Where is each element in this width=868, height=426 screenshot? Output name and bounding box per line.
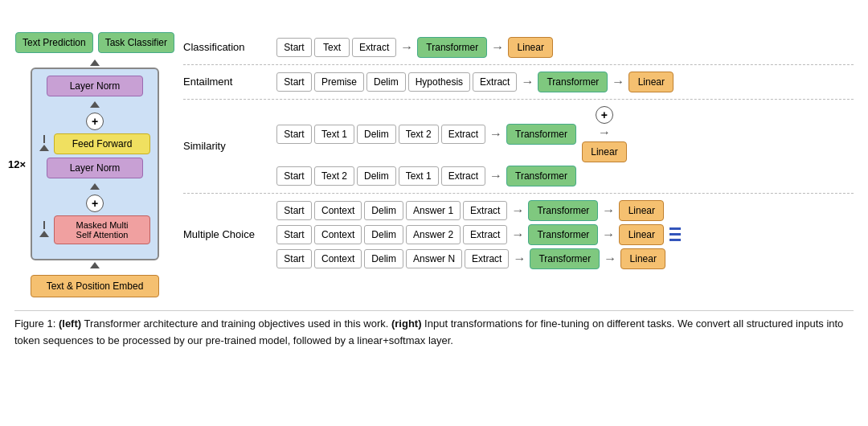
token-text2-s1: Text 2: [399, 125, 439, 144]
token-delim-mcn: Delim: [364, 249, 403, 268]
token-text1-s1: Text 1: [314, 125, 354, 144]
seq-row-sim2: Start Text 2 Delim Text 1 Extract → Tran…: [276, 166, 627, 186]
task-label-classification: Classification: [183, 41, 272, 53]
seq-row-mc1: Start Context Delim Answer 1 Extract → T…: [276, 200, 681, 221]
token-text: Text: [314, 38, 350, 57]
task-sequences-mc: Start Context Delim Answer 1 Extract → T…: [276, 200, 681, 269]
token-extract: Extract: [352, 38, 396, 57]
transformer-box-ent: Transformer: [538, 72, 608, 92]
transformer-architecture: Text Prediction Task Classifier 12× Laye…: [14, 32, 175, 297]
token-text1-s2: Text 1: [399, 166, 439, 186]
plus-circle-top: +: [86, 113, 104, 130]
token-delim-s1: Delim: [357, 125, 396, 144]
top-outputs: Text Prediction Task Classifier: [15, 32, 174, 53]
arrow-up-embed: [90, 262, 100, 268]
token-start-s2: Start: [276, 166, 312, 186]
caption-figure: Figure 1:: [14, 317, 55, 330]
token-start-s1: Start: [276, 125, 312, 144]
task-classifier-box: Task Classifier: [98, 32, 174, 53]
token-answer2-mc2: Answer 2: [406, 225, 461, 244]
token-context-mcn: Context: [314, 249, 362, 268]
token-start-mcn: Start: [276, 249, 312, 268]
arrow-up-ff: [39, 145, 49, 151]
arrow-right-sim-linear: →: [598, 125, 611, 140]
arrow-right-ent: →: [521, 75, 534, 89]
figure-caption: Figure 1: (left) Transformer architectur…: [14, 310, 854, 350]
plus-circle-sim: +: [596, 106, 613, 124]
embed-box: Text & Position Embed: [31, 275, 159, 297]
layer-norm-bottom: Layer Norm: [47, 158, 143, 178]
transformer-box-sim1: Transformer: [506, 124, 576, 145]
arrow-line-left2: [43, 221, 45, 229]
token-text2-s2: Text 2: [314, 166, 354, 186]
seq-row-sim1: Start Text 1 Delim Text 2 Extract → Tran…: [276, 106, 627, 162]
caption-right-label: (right): [391, 317, 422, 330]
layer-norm-top: Layer Norm: [47, 76, 143, 96]
arrow-right-icon: →: [400, 40, 413, 55]
token-hypothesis: Hypothesis: [408, 72, 470, 92]
arrow-right-icon2: →: [491, 40, 504, 55]
task-similarity: Similarity Start Text 1 Delim Text 2 Ext…: [183, 100, 854, 194]
arch-outer-block: Layer Norm + Feed Forward: [31, 68, 159, 260]
linear-box-mcn: Linear: [620, 248, 665, 269]
linear-box-class: Linear: [508, 37, 553, 58]
text-prediction-box: Text Prediction: [15, 32, 93, 53]
bracket-line2: [669, 233, 681, 236]
token-extract-s1: Extract: [441, 125, 485, 144]
arrow-right-mcnb: →: [604, 252, 616, 266]
transformer-box-mc1: Transformer: [528, 200, 598, 221]
token-answer1-mc1: Answer 1: [406, 201, 461, 220]
arrow-ln2-plus: [90, 183, 100, 190]
arrow-right-sim1: →: [489, 127, 502, 141]
linear-box-mc2: Linear: [619, 224, 664, 245]
task-multiple-choice: Multiple Choice Start Context Delim Answ…: [183, 194, 854, 276]
task-label-similarity: Similarity: [183, 140, 272, 152]
arrow-up-msa: [39, 231, 49, 237]
token-extract-s2: Extract: [441, 166, 485, 186]
arrow-right-mcn: →: [513, 252, 526, 266]
arrow-right-sim2: →: [489, 169, 502, 183]
caption-left-label: (left): [59, 317, 81, 330]
caption-left-text: Transformer architecture and training ob…: [81, 317, 391, 330]
seq-row-classification: Start Text Extract → Transformer → Linea…: [276, 37, 553, 58]
linear-box-mc1: Linear: [619, 200, 664, 221]
diagram-area: Text Prediction Task Classifier 12× Laye…: [14, 8, 854, 297]
token-start-mc1: Start: [276, 201, 312, 220]
seq-row-mc2: Start Context Delim Answer 2 Extract → T…: [276, 224, 681, 245]
plus-circle-bottom: +: [86, 195, 104, 212]
task-classification: Classification Start Text Extract → Tran…: [183, 31, 854, 65]
task-label-mc: Multiple Choice: [183, 228, 272, 240]
transformer-box-mc2: Transformer: [528, 224, 598, 245]
arrow-top-connector: [90, 58, 100, 68]
task-label-entailment: Entailment: [183, 76, 272, 88]
token-premise: Premise: [314, 72, 364, 92]
token-extract-mcn: Extract: [465, 249, 509, 268]
token-extract-mc2: Extract: [463, 225, 507, 244]
linear-box-sim: Linear: [582, 141, 627, 162]
token-delim-mc1: Delim: [364, 201, 403, 220]
token-delim-e: Delim: [366, 72, 406, 92]
mc-bracket: [669, 227, 681, 241]
main-container: Text Prediction Task Classifier 12× Laye…: [0, 0, 868, 358]
seq-row-entailment: Start Premise Delim Hypothesis Extract →…: [276, 72, 674, 92]
token-start: Start: [276, 38, 312, 57]
bracket-line1: [669, 227, 681, 230]
linear-box-ent: Linear: [628, 72, 674, 92]
arrow-bottom-connector: [90, 260, 100, 270]
arrow-right-mc2b: →: [602, 227, 615, 242]
task-sequences-similarity: Start Text 1 Delim Text 2 Extract → Tran…: [276, 106, 627, 186]
arrow-ln-ff: [90, 101, 100, 108]
arrow-right-ent2: →: [612, 75, 624, 89]
token-answern-mcn: Answer N: [406, 249, 462, 268]
token-extract-e: Extract: [473, 72, 517, 92]
bracket-line3: [669, 239, 681, 241]
token-context-mc2: Context: [314, 225, 362, 244]
masked-multi-self-attention-box: Masked MultiSelf Attention: [54, 215, 150, 244]
token-start-mc2: Start: [276, 225, 312, 244]
arrow-right-mc2: →: [511, 227, 524, 242]
arrow-right-mc1: →: [511, 203, 524, 218]
token-delim-s2: Delim: [357, 166, 396, 186]
transformer-box-class: Transformer: [417, 37, 487, 58]
seq-row-mcn: Start Context Delim Answer N Extract → T…: [276, 248, 681, 269]
task-sequences-entailment: Start Premise Delim Hypothesis Extract →…: [276, 72, 674, 92]
